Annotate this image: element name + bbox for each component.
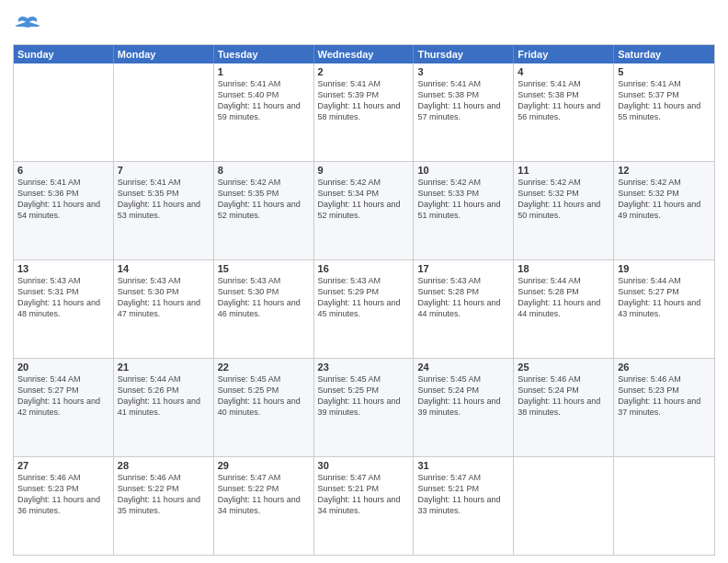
header-day-sunday: Sunday (14, 45, 114, 63)
day-number: 7 (118, 165, 210, 176)
day-cell-14: 14Sunrise: 5:43 AM Sunset: 5:30 PM Dayli… (114, 260, 214, 358)
day-info: Sunrise: 5:44 AM Sunset: 5:28 PM Dayligh… (518, 275, 609, 320)
day-number: 21 (118, 362, 210, 373)
day-number: 8 (218, 165, 310, 176)
day-info: Sunrise: 5:47 AM Sunset: 5:22 PM Dayligh… (218, 472, 310, 517)
day-number: 26 (618, 362, 711, 373)
day-info: Sunrise: 5:41 AM Sunset: 5:39 PM Dayligh… (318, 78, 410, 123)
day-number: 31 (417, 460, 509, 471)
day-cell-23: 23Sunrise: 5:45 AM Sunset: 5:25 PM Dayli… (314, 359, 415, 456)
header (13, 9, 715, 39)
day-number: 30 (318, 460, 410, 471)
day-cell-20: 20Sunrise: 5:44 AM Sunset: 5:27 PM Dayli… (14, 359, 114, 456)
day-number: 24 (417, 362, 509, 373)
week-row-1: 1Sunrise: 5:41 AM Sunset: 5:40 PM Daylig… (14, 63, 714, 161)
day-number: 28 (118, 460, 210, 471)
day-cell-26: 26Sunrise: 5:46 AM Sunset: 5:23 PM Dayli… (614, 359, 714, 456)
calendar: SundayMondayTuesdayWednesdayThursdayFrid… (13, 44, 715, 556)
day-info: Sunrise: 5:41 AM Sunset: 5:36 PM Dayligh… (17, 177, 109, 222)
day-cell-7: 7Sunrise: 5:41 AM Sunset: 5:35 PM Daylig… (114, 162, 214, 259)
day-cell-11: 11Sunrise: 5:42 AM Sunset: 5:32 PM Dayli… (514, 162, 614, 259)
day-cell-30: 30Sunrise: 5:47 AM Sunset: 5:21 PM Dayli… (314, 457, 415, 555)
week-row-3: 13Sunrise: 5:43 AM Sunset: 5:31 PM Dayli… (14, 259, 714, 358)
day-number: 9 (318, 165, 410, 176)
day-cell-2: 2Sunrise: 5:41 AM Sunset: 5:39 PM Daylig… (314, 63, 415, 161)
empty-cell (514, 457, 614, 555)
day-cell-10: 10Sunrise: 5:42 AM Sunset: 5:33 PM Dayli… (414, 162, 514, 259)
day-cell-29: 29Sunrise: 5:47 AM Sunset: 5:22 PM Dayli… (214, 457, 314, 555)
day-cell-3: 3Sunrise: 5:41 AM Sunset: 5:38 PM Daylig… (414, 63, 514, 161)
day-number: 14 (118, 263, 210, 274)
day-number: 5 (618, 66, 711, 77)
day-info: Sunrise: 5:43 AM Sunset: 5:28 PM Dayligh… (417, 275, 509, 320)
day-number: 18 (518, 263, 609, 274)
header-day-friday: Friday (514, 45, 614, 63)
day-cell-19: 19Sunrise: 5:44 AM Sunset: 5:27 PM Dayli… (614, 260, 714, 358)
day-info: Sunrise: 5:44 AM Sunset: 5:27 PM Dayligh… (618, 275, 711, 320)
day-cell-31: 31Sunrise: 5:47 AM Sunset: 5:21 PM Dayli… (414, 457, 514, 555)
empty-cell (614, 457, 714, 555)
day-cell-27: 27Sunrise: 5:46 AM Sunset: 5:23 PM Dayli… (14, 457, 114, 555)
header-day-thursday: Thursday (414, 45, 514, 63)
day-number: 23 (318, 362, 410, 373)
day-number: 22 (218, 362, 310, 373)
day-number: 1 (218, 66, 310, 77)
logo (13, 13, 40, 39)
calendar-body: 1Sunrise: 5:41 AM Sunset: 5:40 PM Daylig… (14, 63, 714, 555)
day-info: Sunrise: 5:47 AM Sunset: 5:21 PM Dayligh… (318, 472, 410, 517)
day-info: Sunrise: 5:42 AM Sunset: 5:35 PM Dayligh… (218, 177, 310, 222)
day-info: Sunrise: 5:44 AM Sunset: 5:26 PM Dayligh… (118, 373, 210, 419)
header-day-wednesday: Wednesday (314, 45, 415, 63)
day-number: 25 (518, 362, 609, 373)
day-info: Sunrise: 5:46 AM Sunset: 5:23 PM Dayligh… (17, 472, 109, 517)
header-day-monday: Monday (114, 45, 214, 63)
day-number: 17 (417, 263, 509, 274)
day-number: 29 (218, 460, 310, 471)
day-info: Sunrise: 5:41 AM Sunset: 5:38 PM Dayligh… (417, 78, 509, 123)
day-cell-12: 12Sunrise: 5:42 AM Sunset: 5:32 PM Dayli… (614, 162, 714, 259)
day-cell-4: 4Sunrise: 5:41 AM Sunset: 5:38 PM Daylig… (514, 63, 614, 161)
week-row-4: 20Sunrise: 5:44 AM Sunset: 5:27 PM Dayli… (14, 358, 714, 456)
day-info: Sunrise: 5:46 AM Sunset: 5:22 PM Dayligh… (118, 472, 210, 517)
day-cell-15: 15Sunrise: 5:43 AM Sunset: 5:30 PM Dayli… (214, 260, 314, 358)
day-cell-6: 6Sunrise: 5:41 AM Sunset: 5:36 PM Daylig… (14, 162, 114, 259)
week-row-2: 6Sunrise: 5:41 AM Sunset: 5:36 PM Daylig… (14, 161, 714, 259)
day-info: Sunrise: 5:41 AM Sunset: 5:35 PM Dayligh… (118, 177, 210, 222)
day-number: 20 (17, 362, 109, 373)
logo-bird-icon (15, 13, 40, 39)
day-info: Sunrise: 5:44 AM Sunset: 5:27 PM Dayligh… (17, 373, 109, 419)
day-number: 13 (17, 263, 109, 274)
day-number: 12 (618, 165, 711, 176)
day-number: 15 (218, 263, 310, 274)
day-number: 3 (417, 66, 509, 77)
day-cell-17: 17Sunrise: 5:43 AM Sunset: 5:28 PM Dayli… (414, 260, 514, 358)
day-info: Sunrise: 5:42 AM Sunset: 5:32 PM Dayligh… (618, 177, 711, 222)
day-cell-5: 5Sunrise: 5:41 AM Sunset: 5:37 PM Daylig… (614, 63, 714, 161)
day-number: 6 (17, 165, 109, 176)
day-cell-13: 13Sunrise: 5:43 AM Sunset: 5:31 PM Dayli… (14, 260, 114, 358)
day-number: 10 (417, 165, 509, 176)
day-cell-24: 24Sunrise: 5:45 AM Sunset: 5:24 PM Dayli… (414, 359, 514, 456)
day-cell-21: 21Sunrise: 5:44 AM Sunset: 5:26 PM Dayli… (114, 359, 214, 456)
day-info: Sunrise: 5:43 AM Sunset: 5:30 PM Dayligh… (218, 275, 310, 320)
day-info: Sunrise: 5:43 AM Sunset: 5:31 PM Dayligh… (17, 275, 109, 320)
header-day-tuesday: Tuesday (214, 45, 314, 63)
day-number: 19 (618, 263, 711, 274)
day-info: Sunrise: 5:41 AM Sunset: 5:38 PM Dayligh… (518, 78, 609, 123)
day-info: Sunrise: 5:43 AM Sunset: 5:30 PM Dayligh… (118, 275, 210, 320)
day-number: 4 (518, 66, 609, 77)
day-cell-9: 9Sunrise: 5:42 AM Sunset: 5:34 PM Daylig… (314, 162, 415, 259)
day-cell-28: 28Sunrise: 5:46 AM Sunset: 5:22 PM Dayli… (114, 457, 214, 555)
empty-cell (114, 63, 214, 161)
day-number: 11 (518, 165, 609, 176)
day-cell-25: 25Sunrise: 5:46 AM Sunset: 5:24 PM Dayli… (514, 359, 614, 456)
day-info: Sunrise: 5:46 AM Sunset: 5:23 PM Dayligh… (618, 373, 711, 419)
day-cell-1: 1Sunrise: 5:41 AM Sunset: 5:40 PM Daylig… (214, 63, 314, 161)
day-info: Sunrise: 5:41 AM Sunset: 5:40 PM Dayligh… (218, 78, 310, 123)
week-row-5: 27Sunrise: 5:46 AM Sunset: 5:23 PM Dayli… (14, 456, 714, 555)
page: SundayMondayTuesdayWednesdayThursdayFrid… (0, 0, 728, 563)
day-info: Sunrise: 5:46 AM Sunset: 5:24 PM Dayligh… (518, 373, 609, 419)
header-day-saturday: Saturday (614, 45, 714, 63)
day-info: Sunrise: 5:47 AM Sunset: 5:21 PM Dayligh… (417, 472, 509, 517)
day-info: Sunrise: 5:42 AM Sunset: 5:33 PM Dayligh… (417, 177, 509, 222)
